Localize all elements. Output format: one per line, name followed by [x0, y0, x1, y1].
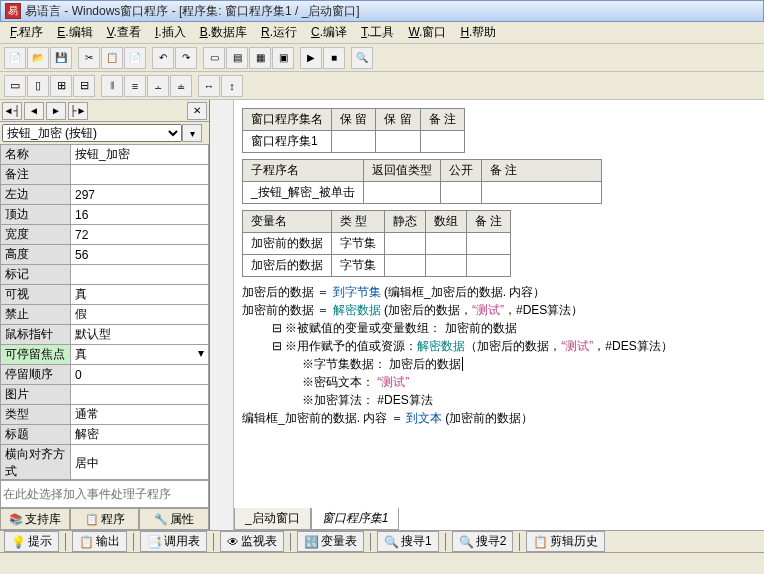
prop-key: 禁止 [1, 305, 71, 325]
sub-table: 子程序名返回值类型公开备 注 _按钮_解密_被单击 [242, 159, 602, 204]
new-icon: 📄 [8, 51, 22, 65]
paste-button[interactable]: 📄 [124, 47, 146, 69]
menu-compile[interactable]: C.编译 [305, 22, 353, 43]
prop-value[interactable]: 真 ▾ [71, 345, 209, 365]
prop-key: 可视 [1, 285, 71, 305]
tab-prog[interactable]: 📋 程序 [70, 508, 140, 530]
tab-progset[interactable]: 窗口程序集1 [311, 508, 400, 530]
status-stack[interactable]: 📑 调用表 [140, 531, 207, 552]
prop-key: 备注 [1, 165, 71, 185]
nav-close-button[interactable]: ✕ [187, 102, 207, 120]
selector-dropdown-button[interactable]: ▾ [182, 124, 202, 142]
align1-button[interactable]: ▭ [4, 75, 26, 97]
status-clip[interactable]: 📋 剪辑历史 [526, 531, 605, 552]
menu-view[interactable]: V.查看 [101, 22, 147, 43]
tab-lib[interactable]: 📚 支持库 [0, 508, 70, 530]
align7-button[interactable]: ⫠ [147, 75, 169, 97]
layout3-button[interactable]: ▦ [249, 47, 271, 69]
cut-icon: ✂ [82, 51, 96, 65]
align4-button[interactable]: ⊟ [73, 75, 95, 97]
prop-value[interactable]: 默认型 [71, 325, 209, 345]
align10-button[interactable]: ↕ [221, 75, 243, 97]
align3-button[interactable]: ⊞ [50, 75, 72, 97]
nav-back-button[interactable]: ◄┤ [2, 102, 22, 120]
align9-button[interactable]: ↔ [198, 75, 220, 97]
align6-button[interactable]: ≡ [124, 75, 146, 97]
object-selector[interactable]: 按钮_加密 (按钮) [2, 124, 182, 142]
prop-key: 图片 [1, 385, 71, 405]
module-table: 窗口程序集名保 留保 留备 注 窗口程序集1 [242, 108, 465, 153]
layout1-button[interactable]: ▭ [203, 47, 225, 69]
redo-button[interactable]: ↷ [175, 47, 197, 69]
prop-value[interactable]: 解密 [71, 425, 209, 445]
prop-key: 鼠标指针 [1, 325, 71, 345]
prop-key: 停留顺序 [1, 365, 71, 385]
prop-value[interactable] [71, 385, 209, 405]
prop-value[interactable] [71, 265, 209, 285]
prop-value[interactable]: 72 [71, 225, 209, 245]
status-find1[interactable]: 🔍 搜寻1 [377, 531, 439, 552]
prop-value[interactable]: 16 [71, 205, 209, 225]
open-button[interactable]: 📂 [27, 47, 49, 69]
status-watch[interactable]: 👁 监视表 [220, 531, 284, 552]
status-output[interactable]: 📋 输出 [72, 531, 127, 552]
undo-button[interactable]: ↶ [152, 47, 174, 69]
menu-run[interactable]: R.运行 [255, 22, 303, 43]
undo-icon: ↶ [156, 51, 170, 65]
prop-value[interactable]: 假 [71, 305, 209, 325]
stop-button[interactable]: ■ [323, 47, 345, 69]
menu-db[interactable]: B.数据库 [194, 22, 253, 43]
menubar: FF.程序.程序 E.编辑 V.查看 I.插入 B.数据库 R.运行 C.编译 … [0, 22, 764, 44]
prop-key: 横向对齐方式 [1, 445, 71, 480]
panel-nav: ◄┤ ◄ ► ├► ✕ [0, 100, 209, 122]
prop-value[interactable]: 通常 [71, 405, 209, 425]
copy-button[interactable]: 📋 [101, 47, 123, 69]
status-hint[interactable]: 💡 提示 [4, 531, 59, 552]
new-button[interactable]: 📄 [4, 47, 26, 69]
prop-value[interactable]: 居中 [71, 445, 209, 480]
prop-key: 左边 [1, 185, 71, 205]
prop-key: 宽度 [1, 225, 71, 245]
menu-help[interactable]: H.帮助 [454, 22, 502, 43]
prop-value[interactable]: 297 [71, 185, 209, 205]
code-body[interactable]: 加密后的数据 ＝ 到字节集 (编辑框_加密后的数据. 内容） 加密前的数据 ＝ … [242, 283, 756, 427]
align2-button[interactable]: ▯ [27, 75, 49, 97]
menu-insert[interactable]: I.插入 [149, 22, 192, 43]
event-selector[interactable] [0, 480, 209, 508]
tab-prop[interactable]: 🔧 属性 [139, 508, 209, 530]
align8-button[interactable]: ⫨ [170, 75, 192, 97]
status-find2[interactable]: 🔍 搜寻2 [452, 531, 514, 552]
prop-value[interactable] [71, 165, 209, 185]
titlebar: 易 易语言 - Windows窗口程序 - [程序集: 窗口程序集1 / _启动… [0, 0, 764, 22]
menu-edit[interactable]: E.编辑 [51, 22, 98, 43]
nav-prev-button[interactable]: ◄ [24, 102, 44, 120]
prop-value[interactable]: 按钮_加密 [71, 145, 209, 165]
save-button[interactable]: 💾 [50, 47, 72, 69]
prop-key: 类型 [1, 405, 71, 425]
nav-fwd-button[interactable]: ├► [68, 102, 88, 120]
prop-key: 名称 [1, 145, 71, 165]
tab-startwin[interactable]: _启动窗口 [234, 508, 311, 530]
property-grid[interactable]: 名称按钮_加密备注左边297顶边16宽度72高度56标记可视真禁止假鼠标指针默认… [0, 144, 209, 479]
window-title: 易语言 - Windows窗口程序 - [程序集: 窗口程序集1 / _启动窗口… [25, 3, 360, 20]
menu-tools[interactable]: T.工具 [355, 22, 400, 43]
menu-file[interactable]: FF.程序.程序 [4, 22, 49, 43]
prop-value[interactable]: 真 [71, 285, 209, 305]
layout4-button[interactable]: ▣ [272, 47, 294, 69]
menu-window[interactable]: W.窗口 [402, 22, 452, 43]
statusbar [0, 552, 764, 574]
align5-button[interactable]: ⫴ [101, 75, 123, 97]
prop-value[interactable]: 0 [71, 365, 209, 385]
layout2-button[interactable]: ▤ [226, 47, 248, 69]
find-button[interactable]: 🔍 [351, 47, 373, 69]
run-button[interactable]: ▶ [300, 47, 322, 69]
status-tabs: 💡 提示 📋 输出 📑 调用表 👁 监视表 🔣 变量表 🔍 搜寻1 🔍 搜寻2 … [0, 530, 764, 552]
prop-key: 高度 [1, 245, 71, 265]
cut-button[interactable]: ✂ [78, 47, 100, 69]
status-vars[interactable]: 🔣 变量表 [297, 531, 364, 552]
copy-icon: 📋 [105, 51, 119, 65]
prop-value[interactable]: 56 [71, 245, 209, 265]
nav-next-button[interactable]: ► [46, 102, 66, 120]
prop-key: 顶边 [1, 205, 71, 225]
code-editor[interactable]: 窗口程序集名保 留保 留备 注 窗口程序集1 子程序名返回值类型公开备 注 _按… [210, 100, 764, 530]
